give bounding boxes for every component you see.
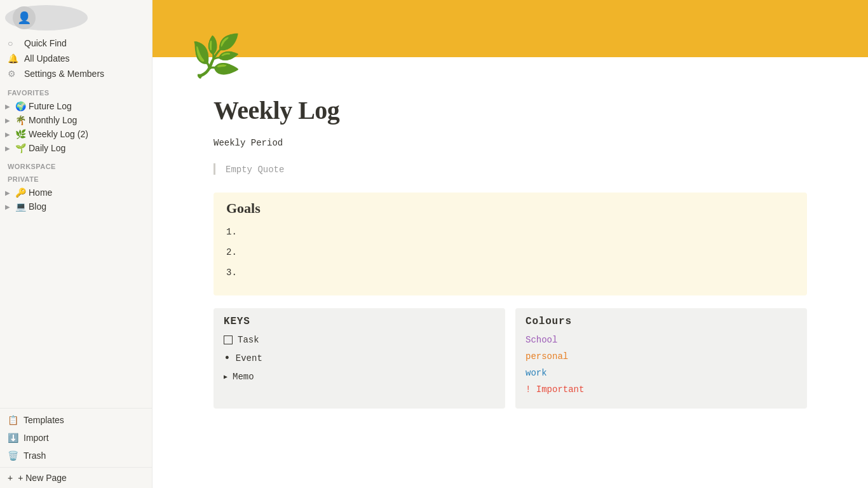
page-icon: 🌍 [15,101,26,111]
private-list: ▶ 🔑 Home ▶ 💻 Blog [0,186,152,214]
colour-item-work: work [526,368,797,378]
page-banner: 🌿 [153,0,868,57]
page-emoji-icon: 🌿 [191,36,241,76]
new-page-button[interactable]: + + New Page [0,467,152,488]
sidebar-item-blog[interactable]: ▶ 💻 Blog [0,200,152,214]
page-subtitle: Weekly Period [214,138,807,148]
trash-icon: 🗑️ [8,451,18,461]
colour-label: School [526,335,557,345]
chevron-right-icon: ▶ [5,103,13,110]
goals-item-3: 3. [226,268,794,278]
checkbox-icon [224,336,233,344]
sidebar-item-import[interactable]: ⬇️ Import [0,429,152,447]
key-label: Event [236,353,262,363]
keys-card: KEYS Task • Event ▶ Memo [214,308,505,409]
bell-icon: 🔔 [8,53,19,64]
sidebar-item-label: Quick Find [24,38,67,48]
goals-list: 1. 2. 3. [226,227,794,278]
key-label: Task [238,335,259,345]
new-page-label: + New Page [18,473,67,483]
page-title: Weekly Log [214,95,807,125]
gear-icon: ⚙ [8,69,19,79]
search-icon: ○ [8,38,19,48]
page-body: Weekly Log Weekly Period Empty Quote Goa… [153,57,868,488]
bullet-icon: • [224,353,231,364]
sidebar-item-label: Daily Log [29,143,65,153]
sidebar-item-daily-log[interactable]: ▶ 🌱 Daily Log [0,141,152,155]
goals-title: Goals [226,200,794,217]
colour-item-important: ! Important [526,384,797,395]
workspace-label: WORKSPACE [0,155,152,173]
sidebar-item-trash[interactable]: 🗑️ Trash [0,447,152,464]
key-label: Memo [233,372,254,382]
key-item-task: Task [224,335,495,345]
colour-label: personal [526,351,568,362]
goals-item-1: 1. [226,227,794,237]
sidebar-item-label: Home [29,187,52,198]
colour-label: work [526,368,547,378]
sidebar-item-label: Import [24,433,49,443]
private-label: PRIVATE [0,173,152,186]
colour-label: ! Important [526,384,584,395]
goals-item-2: 2. [226,247,794,257]
keys-title: KEYS [224,316,495,327]
sidebar-item-label: Settings & Members [24,69,104,79]
sidebar-item-label: Templates [24,415,64,425]
sidebar-item-quick-find[interactable]: ○ Quick Find [0,36,152,51]
goals-item-number: 2. [226,247,237,257]
page-icon: 💻 [15,201,26,212]
svg-text:👤: 👤 [17,11,32,25]
import-icon: ⬇️ [8,433,18,443]
chevron-right-icon: ▶ [5,117,13,124]
sidebar-bottom: 📋 Templates ⬇️ Import 🗑️ Trash [0,408,152,467]
goals-item-number: 3. [226,268,237,278]
sidebar-item-label: Weekly Log (2) [29,129,88,139]
key-item-memo: ▶ Memo [224,372,495,382]
page-icon: 🌱 [15,143,26,153]
sidebar-item-weekly-log[interactable]: ▶ 🌿 Weekly Log (2) [0,127,152,141]
chevron-right-icon: ▶ [5,203,13,210]
main-content: 🌿 Weekly Log Weekly Period Empty Quote G… [153,0,868,488]
sidebar-item-home[interactable]: ▶ 🔑 Home [0,186,152,200]
page-icon: 🔑 [15,187,26,198]
sidebar-item-label: All Updates [24,53,70,64]
page-icon: 🌴 [15,115,26,125]
colour-item-personal: personal [526,351,797,362]
two-column-section: KEYS Task • Event ▶ Memo Colours Sch [214,308,807,409]
templates-icon: 📋 [8,415,18,425]
sidebar-item-all-updates[interactable]: 🔔 All Updates [0,51,152,66]
sidebar-nav: ○ Quick Find 🔔 All Updates ⚙ Settings & … [0,36,152,81]
sidebar-item-label: Blog [29,201,46,212]
avatar: 👤 [5,5,88,30]
sidebar-item-label: Monthly Log [29,115,77,125]
chevron-right-icon: ▶ [5,189,13,196]
sidebar-item-label: Trash [24,451,46,461]
favorites-label: FAVORITES [0,81,152,99]
plus-icon: + [8,473,13,483]
goals-section: Goals 1. 2. 3. [214,193,807,295]
page-icon: 🌿 [15,129,26,139]
sidebar-item-templates[interactable]: 📋 Templates [0,411,152,429]
chevron-right-icon: ▶ [5,131,13,138]
colour-item-school: School [526,335,797,345]
sidebar-item-label: Future Log [29,101,72,111]
colours-title: Colours [526,316,797,327]
arrow-icon: ▶ [224,373,227,381]
sidebar-item-future-log[interactable]: ▶ 🌍 Future Log [0,99,152,113]
sidebar-top: 👤 [0,0,152,36]
sidebar: 👤 ○ Quick Find 🔔 All Updates ⚙ Settings … [0,0,153,488]
favorites-list: ▶ 🌍 Future Log ▶ 🌴 Monthly Log ▶ 🌿 Weekl… [0,99,152,155]
goals-item-number: 1. [226,227,237,237]
colours-card: Colours School personal work ! Important [515,308,807,409]
quote-block: Empty Quote [214,163,807,175]
sidebar-item-monthly-log[interactable]: ▶ 🌴 Monthly Log [0,113,152,127]
key-item-event: • Event [224,353,495,364]
quote-text: Empty Quote [226,165,284,175]
chevron-right-icon: ▶ [5,145,13,152]
sidebar-item-settings[interactable]: ⚙ Settings & Members [0,66,152,81]
